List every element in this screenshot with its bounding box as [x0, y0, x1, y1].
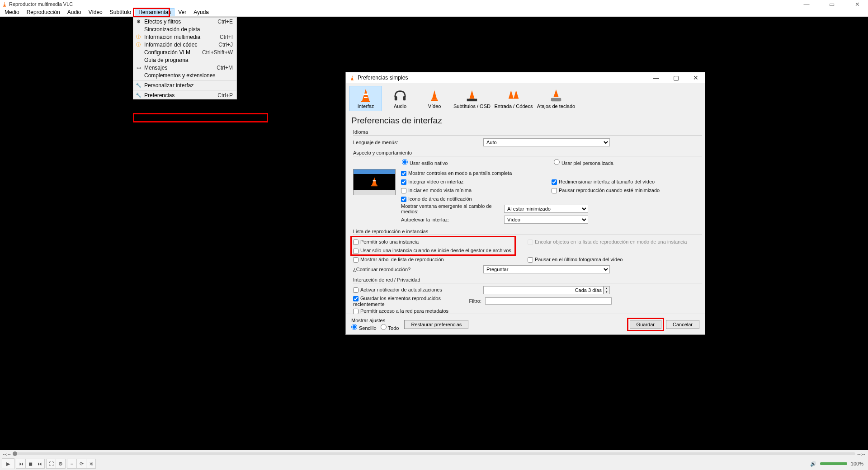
native-style-radio[interactable]: Usar estilo nativo	[402, 160, 448, 166]
settings-all-radio[interactable]: Todo	[381, 325, 399, 331]
save-button[interactable]: Guardar	[630, 320, 661, 329]
filter-input[interactable]	[485, 297, 612, 305]
show-tree-check[interactable]: Mostrar árbol de lista de reproducción	[353, 257, 444, 263]
one-instance-fm-check[interactable]: Usar sólo una instancia cuando se inicie…	[353, 248, 511, 254]
popup-select[interactable]: Al estar minimizado	[504, 205, 588, 213]
reset-prefs-button[interactable]: Restaurar preferencias	[404, 320, 468, 329]
volume-icon[interactable]: 🔊	[810, 461, 816, 467]
fullscreen-controls-check[interactable]: Mostrar controles en modo a pantalla com…	[401, 170, 512, 176]
cat-video[interactable]: Vídeo	[418, 86, 451, 111]
info-icon: ⓘ	[135, 42, 142, 48]
menu-herramientas[interactable]: Herramientas	[135, 8, 175, 16]
start-minimal-check[interactable]: Iniciar en modo vista mínima	[401, 188, 472, 193]
herramientas-dropdown: ⚙Efectos y filtrosCtrl+E Sincronización …	[133, 17, 237, 99]
show-settings-label: Mostrar ajustes	[351, 318, 399, 323]
window-close-button[interactable]: ✕	[848, 0, 866, 8]
dialog-maximize-button[interactable]: ▢	[669, 73, 683, 82]
tray-icon-check[interactable]: Icono de área de notificación	[401, 196, 472, 202]
cat-entrada-codecs[interactable]: Entrada / Códecs	[493, 86, 534, 111]
section-network: Interacción de red / Privacidad Activar …	[353, 277, 702, 314]
popup-label: Mostrar ventana emergente al cambio de m…	[401, 203, 500, 214]
play-button[interactable]: ▶	[2, 458, 14, 469]
menu-vlm[interactable]: Configuración VLMCtrl+Shift+W	[133, 48, 236, 56]
prefs-section-title: Preferencias de interfaz	[346, 114, 705, 129]
update-interval-input[interactable]	[483, 286, 604, 294]
menu-subtitulo[interactable]: Subtítulo	[106, 8, 135, 16]
menu-preferencias[interactable]: 🔧PreferenciasCtrl+P	[133, 91, 236, 99]
svg-marker-19	[553, 89, 558, 97]
next-button[interactable]: ⏭	[35, 459, 45, 469]
loop-button[interactable]: ⟳	[76, 459, 86, 469]
menu-ayuda[interactable]: Ayuda	[190, 8, 212, 16]
ext-settings-button[interactable]: ⚙	[56, 459, 66, 469]
menu-medio[interactable]: Medio	[1, 8, 23, 16]
menu-video[interactable]: Vídeo	[85, 8, 106, 16]
svg-rect-5	[352, 77, 353, 78]
svg-marker-18	[514, 90, 519, 99]
svg-rect-10	[361, 101, 370, 102]
menu-guia-programa[interactable]: Guía de programa	[133, 56, 236, 64]
menu-audio[interactable]: Audio	[64, 8, 85, 16]
time-elapsed: --:--	[3, 451, 11, 456]
cancel-button[interactable]: Cancelar	[666, 320, 699, 329]
window-minimize-button[interactable]: —	[797, 0, 816, 8]
update-notifier-check[interactable]: Activar notificador de actualizaciones	[353, 287, 480, 293]
menubar: Medio Reproducción Audio Vídeo Subtítulo…	[0, 8, 868, 17]
prefs-body[interactable]: Idioma Lenguaje de menús: Auto Aspecto y…	[346, 129, 705, 314]
save-recent-check[interactable]: Guardar los elementos reproducidos recie…	[353, 296, 462, 307]
dialog-minimize-button[interactable]: —	[649, 73, 663, 82]
spinner-icon[interactable]: ▴▾	[604, 286, 610, 294]
menu-info-codec[interactable]: ⓘInformación del códecCtrl+J	[133, 41, 236, 48]
dialog-titlebar: Preferencias simples — ▢ ✕	[346, 72, 705, 83]
svg-rect-1	[4, 4, 5, 4]
pause-last-check[interactable]: Pausar en el último fotograma del vídeo	[528, 257, 623, 263]
input-cone-icon	[506, 88, 521, 103]
menu-efectos-filtros[interactable]: ⚙Efectos y filtrosCtrl+E	[133, 18, 236, 25]
cat-subtitulos[interactable]: Subtítulos / OSD	[453, 86, 491, 111]
menu-reproduccion[interactable]: Reproducción	[23, 8, 64, 16]
cat-interfaz[interactable]: Interfaz	[349, 86, 382, 111]
seek-knob[interactable]	[13, 451, 17, 456]
dialog-title: Preferencias simples	[358, 75, 408, 81]
cat-audio[interactable]: Audio	[384, 86, 416, 111]
menu-ver[interactable]: Ver	[175, 8, 190, 16]
svg-rect-9	[364, 97, 368, 98]
fullscreen-button[interactable]: ⛶	[46, 459, 56, 469]
menu-personalizar[interactable]: 🔧Personalizar interfaz	[133, 81, 236, 89]
menu-lang-label: Lenguaje de menús:	[353, 140, 480, 145]
svg-rect-22	[373, 180, 376, 181]
vlc-cone-icon	[2, 1, 7, 7]
one-instance-check[interactable]: Permitir solo una instancia	[353, 239, 419, 245]
resize-interface-check[interactable]: Redimensionar interfaz al tamaño del víd…	[552, 179, 655, 185]
window-maximize-button[interactable]: ▭	[823, 0, 841, 8]
sliders-icon: ⚙	[135, 19, 142, 25]
seek-track[interactable]	[13, 452, 856, 455]
menu-mensajes[interactable]: ▭MensajesCtrl+M	[133, 64, 236, 71]
pause-minimized-check[interactable]: Pausar reproducción cuando esté minimiza…	[552, 188, 660, 193]
enqueue-check: Encolar objetos en la lista de reproducc…	[528, 239, 687, 245]
keyboard-cone-icon	[549, 88, 563, 103]
stop-button[interactable]: ◼	[25, 459, 35, 469]
menu-info-multimedia[interactable]: ⓘInformación multimediaCtrl+I	[133, 33, 236, 41]
shuffle-button[interactable]: ⤨	[86, 459, 96, 469]
menu-complementos[interactable]: Complementos y extensiones	[133, 71, 236, 79]
svg-marker-15	[469, 90, 474, 99]
settings-simple-radio[interactable]: Sencillo	[351, 325, 377, 331]
highlight-preferencias	[133, 113, 268, 122]
cat-atajos[interactable]: Atajos de teclado	[536, 86, 576, 111]
info-icon: ⓘ	[135, 34, 142, 40]
custom-skin-radio[interactable]: Usar piel personalizada	[554, 160, 613, 166]
menu-sincronizacion[interactable]: Sincronización de pista	[133, 25, 236, 33]
svg-rect-6	[351, 80, 354, 80]
integrate-video-check[interactable]: Integrar vídeo en interfaz	[401, 179, 463, 185]
svg-rect-12	[403, 96, 406, 100]
autoraise-select[interactable]: Vídeo	[504, 216, 588, 224]
dialog-close-button[interactable]: ✕	[689, 73, 703, 82]
continue-select[interactable]: Preguntar	[483, 265, 610, 273]
allow-meta-check[interactable]: Permitir acceso a la red para metadatos	[353, 308, 448, 314]
section-aspecto: Aspecto y comportamiento Usar estilo nat…	[353, 150, 702, 225]
prev-button[interactable]: ⏮	[16, 459, 26, 469]
menu-lang-select[interactable]: Auto	[483, 138, 610, 146]
playlist-button[interactable]: ≡	[67, 459, 77, 469]
volume-slider[interactable]	[820, 462, 847, 465]
